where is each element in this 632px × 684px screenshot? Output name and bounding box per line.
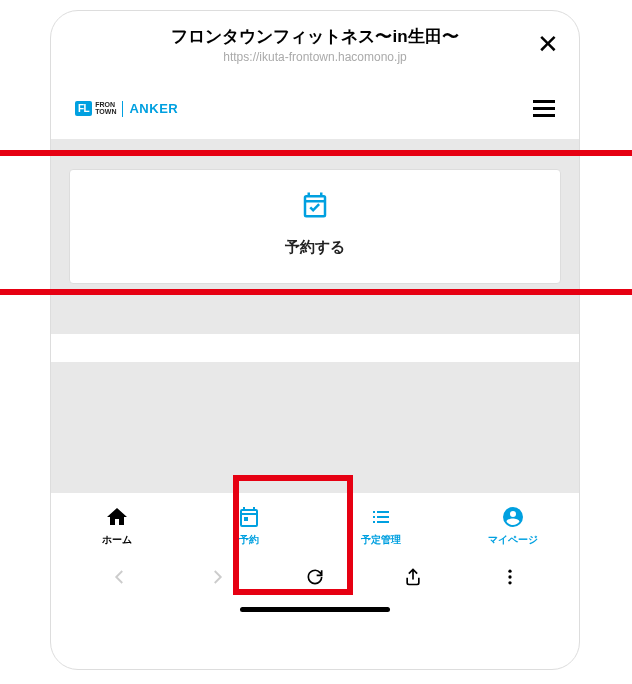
nav-schedule-label: 予定管理 xyxy=(361,533,401,547)
reserve-label: 予約する xyxy=(80,238,550,257)
list-icon xyxy=(369,505,393,529)
nav-home-label: ホーム xyxy=(102,533,132,547)
hamburger-icon[interactable] xyxy=(533,96,555,121)
phone-frame: フロンタウンフィットネス〜in生田〜 https://ikuta-frontow… xyxy=(50,10,580,670)
nav-home[interactable]: ホーム xyxy=(72,505,162,547)
logo-bar: FL FRON TOWN ANKER xyxy=(51,74,579,139)
svg-point-0 xyxy=(509,570,512,573)
content-area: 予約する xyxy=(51,139,579,334)
nav-mypage-label: マイページ xyxy=(488,533,538,547)
svg-point-1 xyxy=(509,575,512,578)
anker-logo: ANKER xyxy=(129,101,178,116)
nav-reserve[interactable]: 予約 xyxy=(204,505,294,547)
home-icon xyxy=(105,505,129,529)
header-center: フロンタウンフィットネス〜in生田〜 https://ikuta-frontow… xyxy=(101,25,529,64)
frontown-logo: FL FRON TOWN xyxy=(75,101,116,116)
nav-schedule[interactable]: 予定管理 xyxy=(336,505,426,547)
frontown-text: FRON TOWN xyxy=(95,102,116,115)
logos: FL FRON TOWN ANKER xyxy=(75,101,178,117)
page-title: フロンタウンフィットネス〜in生田〜 xyxy=(101,25,529,48)
close-icon[interactable]: ✕ xyxy=(529,25,559,57)
browser-toolbar xyxy=(51,557,579,597)
share-icon[interactable] xyxy=(393,567,433,591)
user-icon xyxy=(501,505,525,529)
reserve-card[interactable]: 予約する xyxy=(69,169,561,284)
svg-point-2 xyxy=(509,581,512,584)
header-bar: フロンタウンフィットネス〜in生田〜 https://ikuta-frontow… xyxy=(51,11,579,74)
gap xyxy=(51,334,579,362)
more-icon[interactable] xyxy=(490,567,530,591)
calendar-check-icon xyxy=(80,190,550,224)
calendar-icon xyxy=(237,505,261,529)
nav-reserve-label: 予約 xyxy=(239,533,259,547)
bottom-nav: ホーム 予約 予定管理 マイページ xyxy=(51,492,579,557)
reload-icon[interactable] xyxy=(295,567,335,591)
page-url: https://ikuta-frontown.hacomono.jp xyxy=(101,50,529,64)
home-indicator[interactable] xyxy=(240,607,390,612)
nav-mypage[interactable]: マイページ xyxy=(468,505,558,547)
bottom-gray-area xyxy=(51,362,579,492)
logo-divider xyxy=(122,101,123,117)
back-icon[interactable] xyxy=(100,568,140,590)
frontown-badge: FL xyxy=(75,101,92,116)
forward-icon[interactable] xyxy=(197,568,237,590)
